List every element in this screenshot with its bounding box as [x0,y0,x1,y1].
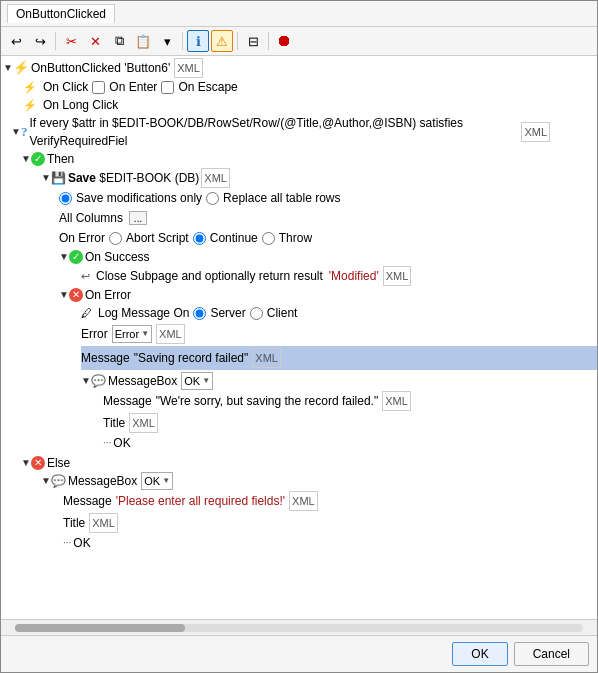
else-msgbox-label: MessageBox [68,472,137,490]
separator-2 [182,32,183,50]
save-icon: 💾 [51,169,66,187]
else-ok-label: OK [73,534,90,552]
else-row: ▼ ✕ Else [21,454,597,472]
msgbox-ok-dropdown[interactable]: OK [181,372,213,390]
error-xml-badge: XML [156,324,185,344]
on-success-row: ▼ ✓ On Success [59,248,597,266]
else-title-row: Title XML [63,512,597,534]
on-error-block: ▼ ✕ On Error 🖊 Log Message On Server [41,286,597,452]
msgbox-title-label: Title [103,414,125,432]
else-msgbox-ok-dropdown[interactable]: OK [141,472,173,490]
continue-radio[interactable] [193,232,206,245]
title-bar: OnButtonClicked [1,1,597,27]
h-scrollbar[interactable] [1,619,597,635]
on-long-click-label: On Long Click [43,96,118,114]
root-expand[interactable]: ▼ [3,59,13,77]
error-dropdown-row: Error Error XML [81,322,597,346]
cancel-button[interactable]: Cancel [514,642,589,666]
on-enter-checkbox[interactable] [92,81,105,94]
replace-rows-radio[interactable] [206,192,219,205]
abort-radio[interactable] [109,232,122,245]
root-node: ▼ ⚡ OnButtonClicked 'Button6' XML ⚡ On C… [1,58,597,552]
save-expand[interactable]: ▼ [41,169,51,187]
if-xml-badge: XML [521,122,550,142]
then-ok-label: OK [113,434,130,452]
on-escape-checkbox[interactable] [161,81,174,94]
content-area: ▼ ⚡ OnButtonClicked 'Button6' XML ⚡ On C… [1,56,597,619]
on-success-children: ↩ Close Subpage and optionally return re… [59,266,597,286]
main-window: OnButtonClicked ↩ ↪ ✂ ✕ ⧉ 📋 ▾ ℹ ⚠ ⊟ ⏺ ▼ … [0,0,598,673]
all-columns-label: All Columns [59,209,123,227]
else-msgbox-expand[interactable]: ▼ [41,472,51,490]
close-sub-icon: ↩ [81,267,90,285]
if-expand[interactable]: ▼ [11,123,21,141]
else-expand[interactable]: ▼ [21,454,31,472]
on-success-check-icon: ✓ [69,250,83,264]
record-button[interactable]: ⏺ [273,30,295,52]
else-label: Else [47,454,70,472]
if-question-icon: ? [21,123,28,141]
else-message-label: Message [63,492,112,510]
on-error-x-icon: ✕ [69,288,83,302]
copy-button[interactable]: ⧉ [108,30,130,52]
cut-button[interactable]: ✂ [60,30,82,52]
then-expand[interactable]: ▼ [21,150,31,168]
on-escape-label: On Escape [178,78,237,96]
throw-radio[interactable] [262,232,275,245]
client-label: Client [267,304,298,322]
ok-button[interactable]: OK [452,642,507,666]
message-row[interactable]: Message "Saving record failed" XML [81,346,597,370]
else-message-value: 'Please enter all required fields!' [116,492,285,510]
error-dropdown[interactable]: Error [112,325,152,343]
all-columns-row: All Columns ... [59,208,597,228]
root-row: ▼ ⚡ OnButtonClicked 'Button6' XML [1,58,597,78]
then-ok-row: ··· OK [81,434,597,452]
server-label: Server [210,304,245,322]
msgbox-expand[interactable]: ▼ [81,372,91,390]
split-button[interactable]: ⊟ [242,30,264,52]
on-error-label: On Error [85,286,131,304]
on-error-children: 🖊 Log Message On Server Client Error Err [59,304,597,370]
msgbox-message-row: Message "We're sorry, but saving the rec… [103,390,597,412]
paste-button[interactable]: 📋 [132,30,154,52]
title-tab[interactable]: OnButtonClicked [7,4,115,23]
msgbox-children: Message "We're sorry, but saving the rec… [81,390,597,434]
on-success-expand[interactable]: ▼ [59,248,69,266]
else-msgbox-row: ▼ 💬 MessageBox OK [41,472,597,490]
on-click-label[interactable]: On Click [43,78,88,96]
else-block: ▼ ✕ Else ▼ 💬 MessageBox OK Message 'Ple [1,454,597,552]
root-label: OnButtonClicked 'Button6' [31,59,170,77]
info-button[interactable]: ℹ [187,30,209,52]
close-sub-label: Close Subpage and optionally return resu… [96,267,323,285]
save-xml-badge: XML [201,168,230,188]
warn-button[interactable]: ⚠ [211,30,233,52]
save-modifications-radio[interactable] [59,192,72,205]
then-row: ▼ ✓ Then [21,150,597,168]
msgbox-message-value: "We're sorry, but saving the record fail… [156,392,378,410]
separator-1 [55,32,56,50]
else-title-label: Title [63,514,85,532]
redo-button[interactable]: ↪ [29,30,51,52]
all-columns-ellipsis[interactable]: ... [129,211,147,225]
message-label: Message [81,349,130,367]
else-msgbox-icon: 💬 [51,472,66,490]
msgbox-title-row: Title XML [103,412,597,434]
else-message-xml: XML [289,491,318,511]
on-error-expand[interactable]: ▼ [59,286,69,304]
more-button[interactable]: ▾ [156,30,178,52]
abort-label: Abort Script [126,229,189,247]
msgbox-row: ▼ 💬 MessageBox OK [81,372,597,390]
msgbox-message-xml: XML [382,391,411,411]
h-scrollbar-thumb[interactable] [15,624,185,632]
then-check-icon: ✓ [31,152,45,166]
h-scrollbar-track [15,624,583,632]
close-sub-xml: XML [383,266,412,286]
client-radio[interactable] [250,307,263,320]
bottom-bar: OK Cancel [1,635,597,672]
delete-button[interactable]: ✕ [84,30,106,52]
server-radio[interactable] [193,307,206,320]
on-error-radio-row: On Error Abort Script Continue Throw [59,228,597,248]
message-value: "Saving record failed" [134,349,249,367]
save-options: Save modifications only Replace all tabl… [41,188,597,248]
undo-button[interactable]: ↩ [5,30,27,52]
